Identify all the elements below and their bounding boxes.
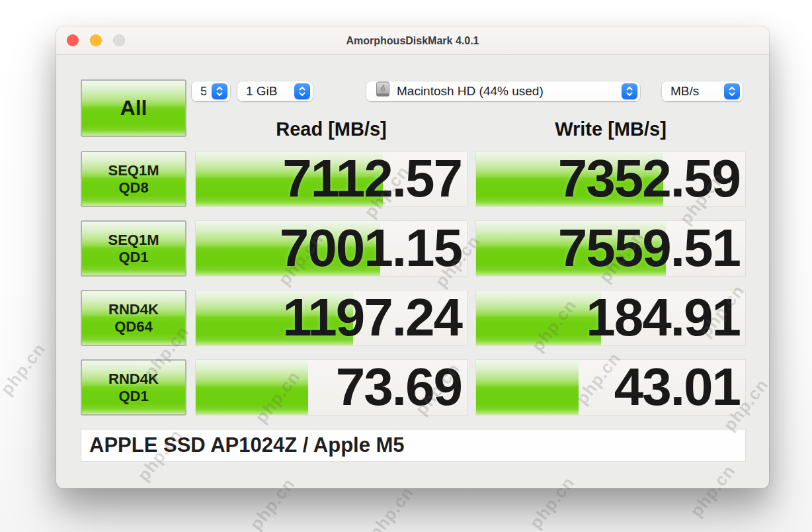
device-info-field[interactable]: APPLE SSD AP1024Z / Apple M5: [81, 429, 746, 462]
benchmark-rows: SEQ1M QD8 7112.57 7352.59 SEQ1M QD1 7001…: [81, 151, 746, 429]
unit-value: MB/s: [670, 84, 719, 99]
write-result-cell: 7352.59: [475, 151, 746, 207]
read-column-header: Read [MB/s]: [195, 117, 467, 141]
test-name-label: RND4K: [108, 371, 159, 388]
read-result-cell: 73.69: [195, 359, 467, 416]
read-value: 7001.15: [280, 220, 462, 277]
stepper-icon: [622, 83, 637, 99]
write-value: 7352.59: [558, 151, 740, 207]
read-result-cell: 7001.15: [195, 220, 467, 277]
test-size-popup[interactable]: 1 GiB: [237, 81, 313, 101]
write-result-cell: 184.91: [475, 290, 746, 346]
write-bar: [476, 290, 601, 345]
write-result-cell: 7559.51: [475, 220, 746, 277]
test-name-label: RND4K: [108, 301, 159, 318]
benchmark-row: SEQ1M QD1 7001.15 7559.51: [81, 220, 746, 277]
read-value: 7112.57: [282, 151, 462, 207]
queue-depth-label: QD1: [118, 388, 148, 405]
run-test-button[interactable]: SEQ1M QD8: [81, 151, 186, 207]
write-bar: [476, 360, 579, 415]
write-value: 184.91: [586, 290, 740, 346]
app-window: AmorphousDiskMark 4.0.1 All 5 1 GiB: [56, 26, 769, 488]
window-title: AmorphousDiskMark 4.0.1: [56, 26, 769, 54]
watermark-text: php.cn: [0, 339, 50, 400]
hard-drive-icon: [376, 81, 390, 101]
stepper-icon: [724, 83, 740, 99]
run-test-button[interactable]: SEQ1M QD1: [81, 220, 186, 277]
read-result-cell: 1197.24: [195, 290, 467, 346]
queue-depth-label: QD8: [118, 179, 148, 197]
stepper-icon: [212, 83, 227, 99]
benchmark-row: SEQ1M QD8 7112.57 7352.59: [81, 151, 746, 207]
write-result-cell: 43.01: [475, 359, 746, 416]
target-volume-value: Macintosh HD (44% used): [397, 84, 616, 99]
test-name-label: SEQ1M: [108, 162, 159, 179]
write-value: 43.01: [614, 359, 740, 416]
read-result-cell: 7112.57: [195, 151, 467, 207]
test-name-label: SEQ1M: [108, 232, 159, 249]
queue-depth-label: QD64: [114, 318, 152, 335]
stepper-icon: [294, 83, 310, 99]
read-value: 1197.24: [282, 290, 462, 346]
target-volume-popup[interactable]: Macintosh HD (44% used): [366, 81, 640, 101]
benchmark-row: RND4K QD64 1197.24 184.91: [81, 290, 746, 346]
run-all-tests-button[interactable]: All: [81, 79, 186, 137]
write-value: 7559.51: [558, 220, 740, 277]
read-bar: [196, 360, 308, 415]
trial-count-value: 5: [200, 84, 206, 99]
device-info-text: APPLE SSD AP1024Z / Apple M5: [89, 433, 405, 457]
test-size-value: 1 GiB: [246, 84, 289, 99]
screenshot-stage: AmorphousDiskMark 4.0.1 All 5 1 GiB: [0, 0, 812, 532]
read-value: 73.69: [336, 359, 462, 416]
trial-count-popup[interactable]: 5: [192, 81, 230, 101]
unit-popup[interactable]: MB/s: [662, 81, 743, 101]
titlebar[interactable]: AmorphousDiskMark 4.0.1: [56, 26, 769, 55]
watermark-text: php.cn: [365, 483, 419, 532]
run-test-button[interactable]: RND4K QD64: [81, 290, 186, 346]
write-column-header: Write [MB/s]: [475, 117, 746, 141]
run-test-button[interactable]: RND4K QD1: [81, 359, 186, 416]
benchmark-row: RND4K QD1 73.69 43.01: [81, 359, 746, 416]
queue-depth-label: QD1: [118, 249, 148, 266]
